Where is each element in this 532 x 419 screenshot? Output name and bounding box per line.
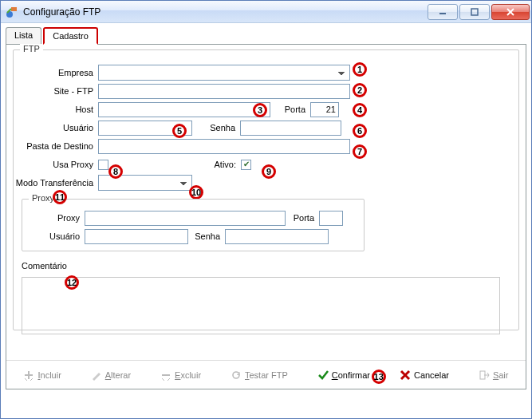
ativo-label: Ativo: (211, 160, 241, 169)
proxy-senha-input[interactable] (225, 229, 329, 244)
cancelar-label: Cancelar (414, 370, 449, 380)
modo-label: Modo Transferência (12, 178, 98, 188)
tab-panel: FTP Empresa 1 Site - FTP 2 Host 3 Porta … (6, 44, 526, 389)
refresh-icon (231, 370, 242, 381)
empresa-label: Empresa (22, 68, 98, 77)
svg-line-11 (162, 378, 164, 381)
cancel-icon (400, 370, 411, 381)
excluir-label: xcluir (180, 370, 201, 380)
pasta-label: Pasta de Destino (22, 141, 98, 151)
minimize-button[interactable] (428, 4, 458, 20)
footer-toolbar: Incluir Alterar Excluir Testar FTP Confi… (6, 360, 526, 389)
confirmar-button[interactable]: Confirmar 13 (317, 370, 370, 381)
app-icon (6, 6, 18, 18)
host-label: Host (22, 105, 98, 114)
incluir-button[interactable]: Incluir (23, 370, 61, 381)
exit-icon (479, 370, 490, 381)
proxy-usuario-input[interactable] (85, 229, 188, 244)
svg-line-9 (30, 378, 33, 381)
testar-label: estar FTP (250, 370, 288, 380)
minus-icon (160, 370, 171, 381)
senha-label: Senha (192, 123, 240, 132)
proxy-porta-label: Porta (286, 213, 319, 223)
tab-strip: Lista Cadastro (1, 23, 531, 44)
proxy-porta-input[interactable] (319, 211, 343, 226)
alterar-button[interactable]: Alterar (91, 370, 131, 381)
sair-label: air (499, 370, 508, 380)
svg-line-8 (25, 378, 27, 381)
site-input[interactable] (98, 84, 350, 99)
tab-lista[interactable]: Lista (6, 27, 41, 45)
annotation-4: 4 (353, 103, 367, 117)
usaproxy-label: Usa Proxy (22, 160, 98, 169)
excluir-button[interactable]: Excluir (160, 370, 201, 381)
comentario-label: Comentário (22, 261, 67, 271)
pasta-input[interactable] (98, 139, 350, 154)
tab-cadastro[interactable]: Cadastro (43, 27, 98, 45)
annotation-13: 13 (372, 370, 386, 384)
proxy-group: Proxy 11 Proxy Porta Usuário Senha (22, 199, 365, 251)
plus-icon (23, 370, 34, 381)
svg-rect-3 (471, 9, 478, 15)
empresa-select[interactable] (98, 65, 350, 81)
title-bar: Configuração FTP (1, 1, 531, 23)
incluir-label: ncluir (41, 370, 61, 380)
testar-button[interactable]: Testar FTP (231, 370, 288, 381)
usuario-input[interactable] (98, 121, 192, 136)
svg-rect-1 (11, 7, 17, 11)
comentario-textarea[interactable] (22, 277, 500, 334)
porta-label: Porta (270, 105, 310, 114)
proxy-legend: Proxy (29, 193, 57, 203)
edit-icon (91, 370, 102, 381)
alterar-label: lterar (111, 370, 131, 380)
ativo-checkbox[interactable] (241, 160, 251, 170)
porta-input[interactable] (310, 102, 339, 117)
cancelar-button[interactable]: Cancelar (400, 370, 449, 381)
modo-select[interactable] (98, 175, 192, 191)
maximize-button[interactable] (459, 4, 490, 20)
host-input[interactable] (98, 102, 270, 117)
senha-input[interactable] (240, 121, 341, 136)
annotation-1: 1 (353, 62, 367, 77)
annotation-6: 6 (353, 124, 367, 138)
sair-button[interactable]: Sair (479, 370, 509, 381)
ftp-legend: FTP (20, 44, 43, 53)
confirmar-label: onfirmar (338, 370, 370, 380)
ftp-group: FTP Empresa 1 Site - FTP 2 Host 3 Porta … (13, 49, 519, 330)
proxy-usuario-label: Usuário (30, 231, 85, 241)
annotation-2: 2 (353, 83, 367, 97)
usaproxy-checkbox[interactable] (98, 160, 108, 170)
close-button[interactable] (491, 4, 530, 20)
svg-line-12 (167, 378, 170, 381)
proxy-senha-label: Senha (188, 231, 225, 241)
proxy-proxy-input[interactable] (85, 211, 286, 226)
check-icon (317, 370, 329, 381)
proxy-proxy-label: Proxy (30, 213, 85, 223)
usuario-label: Usuário (22, 123, 98, 132)
window-title: Configuração FTP (23, 6, 426, 18)
site-label: Site - FTP (22, 86, 98, 96)
